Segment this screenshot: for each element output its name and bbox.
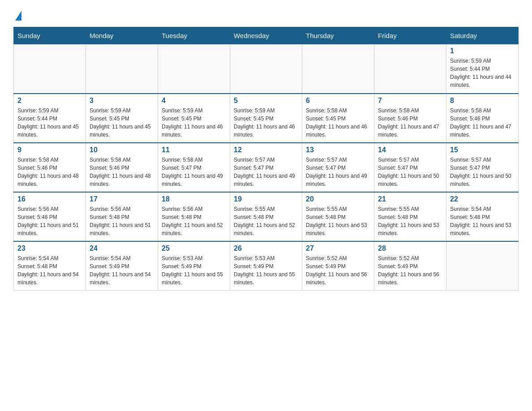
day-number: 11 [162, 146, 226, 154]
day-info: Sunrise: 5:58 AM Sunset: 5:46 PM Dayligh… [378, 107, 442, 139]
day-info: Sunrise: 5:57 AM Sunset: 5:47 PM Dayligh… [234, 156, 298, 188]
day-info: Sunrise: 5:58 AM Sunset: 5:47 PM Dayligh… [162, 156, 226, 188]
col-header-saturday: Saturday [446, 27, 519, 44]
calendar-week-row: 16Sunrise: 5:56 AM Sunset: 5:48 PM Dayli… [14, 192, 519, 241]
day-info: Sunrise: 5:59 AM Sunset: 5:44 PM Dayligh… [17, 107, 82, 139]
calendar-cell: 14Sunrise: 5:57 AM Sunset: 5:47 PM Dayli… [374, 143, 446, 192]
calendar-week-row: 23Sunrise: 5:54 AM Sunset: 5:48 PM Dayli… [14, 241, 519, 291]
day-number: 20 [306, 195, 370, 203]
day-info: Sunrise: 5:54 AM Sunset: 5:49 PM Dayligh… [90, 254, 154, 287]
day-info: Sunrise: 5:58 AM Sunset: 5:46 PM Dayligh… [17, 156, 82, 188]
day-info: Sunrise: 5:53 AM Sunset: 5:49 PM Dayligh… [162, 254, 226, 287]
calendar-cell: 26Sunrise: 5:53 AM Sunset: 5:49 PM Dayli… [230, 241, 302, 291]
day-info: Sunrise: 5:58 AM Sunset: 5:46 PM Dayligh… [90, 156, 154, 188]
day-number: 1 [450, 47, 515, 55]
day-info: Sunrise: 5:54 AM Sunset: 5:48 PM Dayligh… [450, 205, 515, 237]
day-number: 9 [17, 146, 82, 154]
day-number: 7 [378, 97, 442, 105]
day-info: Sunrise: 5:56 AM Sunset: 5:48 PM Dayligh… [17, 205, 82, 237]
day-info: Sunrise: 5:52 AM Sunset: 5:49 PM Dayligh… [306, 254, 370, 287]
calendar-cell: 4Sunrise: 5:59 AM Sunset: 5:45 PM Daylig… [158, 94, 230, 143]
day-info: Sunrise: 5:55 AM Sunset: 5:48 PM Dayligh… [306, 205, 370, 237]
col-header-thursday: Thursday [302, 27, 374, 44]
calendar-week-row: 9Sunrise: 5:58 AM Sunset: 5:46 PM Daylig… [14, 143, 519, 192]
day-info: Sunrise: 5:59 AM Sunset: 5:45 PM Dayligh… [162, 107, 226, 139]
day-info: Sunrise: 5:57 AM Sunset: 5:47 PM Dayligh… [450, 156, 515, 188]
calendar-cell [374, 44, 446, 94]
calendar-cell: 17Sunrise: 5:56 AM Sunset: 5:48 PM Dayli… [86, 192, 158, 241]
day-number: 3 [90, 97, 154, 105]
day-number: 17 [90, 195, 154, 203]
calendar-header-row: SundayMondayTuesdayWednesdayThursdayFrid… [14, 27, 519, 44]
day-number: 19 [234, 195, 298, 203]
day-number: 25 [162, 244, 226, 253]
calendar-cell: 27Sunrise: 5:52 AM Sunset: 5:49 PM Dayli… [302, 241, 374, 291]
col-header-wednesday: Wednesday [230, 27, 302, 44]
day-number: 6 [306, 97, 370, 105]
day-info: Sunrise: 5:55 AM Sunset: 5:48 PM Dayligh… [234, 205, 298, 237]
day-number: 23 [17, 244, 82, 253]
col-header-monday: Monday [86, 27, 158, 44]
day-info: Sunrise: 5:58 AM Sunset: 5:45 PM Dayligh… [306, 107, 370, 139]
calendar-cell: 18Sunrise: 5:56 AM Sunset: 5:48 PM Dayli… [158, 192, 230, 241]
day-number: 16 [17, 195, 82, 203]
day-number: 10 [90, 146, 154, 154]
logo [13, 9, 21, 18]
day-info: Sunrise: 5:56 AM Sunset: 5:48 PM Dayligh… [90, 205, 154, 237]
calendar-cell: 2Sunrise: 5:59 AM Sunset: 5:44 PM Daylig… [14, 94, 86, 143]
day-number: 4 [162, 97, 226, 105]
calendar-cell: 9Sunrise: 5:58 AM Sunset: 5:46 PM Daylig… [14, 143, 86, 192]
calendar-cell: 3Sunrise: 5:59 AM Sunset: 5:45 PM Daylig… [86, 94, 158, 143]
day-number: 2 [17, 97, 82, 105]
day-number: 12 [234, 146, 298, 154]
day-info: Sunrise: 5:58 AM Sunset: 5:46 PM Dayligh… [450, 107, 515, 139]
calendar-cell: 11Sunrise: 5:58 AM Sunset: 5:47 PM Dayli… [158, 143, 230, 192]
day-info: Sunrise: 5:56 AM Sunset: 5:48 PM Dayligh… [162, 205, 226, 237]
calendar-cell: 1Sunrise: 5:59 AM Sunset: 5:44 PM Daylig… [446, 44, 519, 94]
calendar-cell [446, 241, 519, 291]
calendar-cell: 23Sunrise: 5:54 AM Sunset: 5:48 PM Dayli… [14, 241, 86, 291]
calendar-cell: 20Sunrise: 5:55 AM Sunset: 5:48 PM Dayli… [302, 192, 374, 241]
calendar-cell: 10Sunrise: 5:58 AM Sunset: 5:46 PM Dayli… [86, 143, 158, 192]
calendar-cell: 12Sunrise: 5:57 AM Sunset: 5:47 PM Dayli… [230, 143, 302, 192]
day-number: 14 [378, 146, 442, 154]
calendar-cell: 6Sunrise: 5:58 AM Sunset: 5:45 PM Daylig… [302, 94, 374, 143]
calendar-cell [158, 44, 230, 94]
calendar-cell [86, 44, 158, 94]
calendar-cell: 22Sunrise: 5:54 AM Sunset: 5:48 PM Dayli… [446, 192, 519, 241]
day-info: Sunrise: 5:57 AM Sunset: 5:47 PM Dayligh… [378, 156, 442, 188]
day-number: 22 [450, 195, 515, 203]
day-info: Sunrise: 5:59 AM Sunset: 5:44 PM Dayligh… [450, 57, 515, 89]
day-info: Sunrise: 5:52 AM Sunset: 5:49 PM Dayligh… [378, 254, 442, 287]
col-header-tuesday: Tuesday [158, 27, 230, 44]
calendar-cell: 7Sunrise: 5:58 AM Sunset: 5:46 PM Daylig… [374, 94, 446, 143]
calendar-cell: 28Sunrise: 5:52 AM Sunset: 5:49 PM Dayli… [374, 241, 446, 291]
day-number: 18 [162, 195, 226, 203]
calendar-cell: 25Sunrise: 5:53 AM Sunset: 5:49 PM Dayli… [158, 241, 230, 291]
calendar-cell [230, 44, 302, 94]
calendar-cell: 24Sunrise: 5:54 AM Sunset: 5:49 PM Dayli… [86, 241, 158, 291]
day-number: 26 [234, 244, 298, 253]
day-number: 24 [90, 244, 154, 253]
calendar-cell [14, 44, 86, 94]
day-info: Sunrise: 5:59 AM Sunset: 5:45 PM Dayligh… [234, 107, 298, 139]
day-number: 15 [450, 146, 515, 154]
calendar-week-row: 1Sunrise: 5:59 AM Sunset: 5:44 PM Daylig… [14, 44, 519, 94]
day-number: 27 [306, 244, 370, 253]
calendar-cell: 15Sunrise: 5:57 AM Sunset: 5:47 PM Dayli… [446, 143, 519, 192]
day-number: 5 [234, 97, 298, 105]
day-info: Sunrise: 5:54 AM Sunset: 5:48 PM Dayligh… [17, 254, 82, 287]
day-number: 21 [378, 195, 442, 203]
col-header-sunday: Sunday [14, 27, 86, 44]
calendar-cell: 21Sunrise: 5:55 AM Sunset: 5:48 PM Dayli… [374, 192, 446, 241]
calendar-cell: 16Sunrise: 5:56 AM Sunset: 5:48 PM Dayli… [14, 192, 86, 241]
day-number: 13 [306, 146, 370, 154]
day-info: Sunrise: 5:55 AM Sunset: 5:48 PM Dayligh… [378, 205, 442, 237]
day-number: 28 [378, 244, 442, 253]
day-info: Sunrise: 5:57 AM Sunset: 5:47 PM Dayligh… [306, 156, 370, 188]
calendar-table: SundayMondayTuesdayWednesdayThursdayFrid… [13, 27, 519, 291]
day-info: Sunrise: 5:53 AM Sunset: 5:49 PM Dayligh… [234, 254, 298, 287]
day-number: 8 [450, 97, 515, 105]
col-header-friday: Friday [374, 27, 446, 44]
logo-triangle-icon [15, 11, 21, 21]
